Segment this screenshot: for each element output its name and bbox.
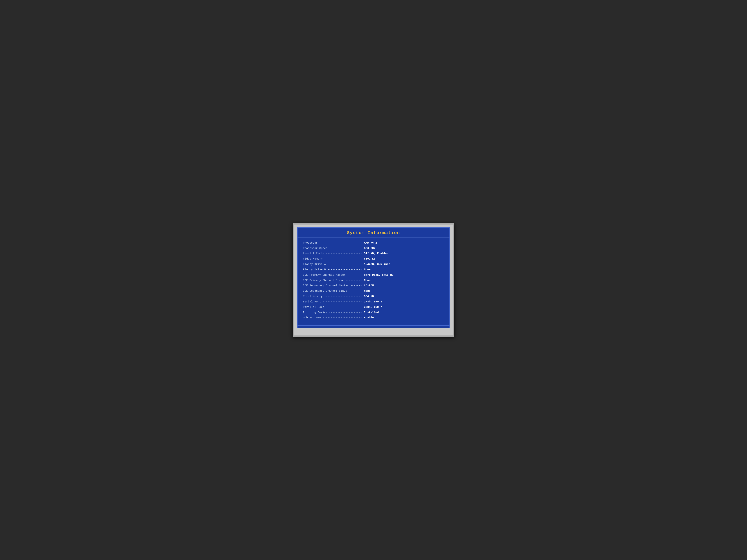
- row-value: None: [364, 267, 370, 272]
- row-value: None: [364, 289, 370, 293]
- row-label: IDE Secondary Channel Master -------: [303, 284, 364, 288]
- row-value: AMD-K6-2: [364, 241, 377, 245]
- table-row: Level 2 Cache ----------------------512 …: [303, 251, 444, 256]
- bottom-bar: [298, 325, 449, 328]
- row-value: 8192 KB: [364, 257, 376, 261]
- row-value: 512 KB, Enabled: [364, 251, 389, 256]
- row-label: Video Memory -----------------------: [303, 257, 364, 261]
- row-value: 1.44MB, 3.5-inch: [364, 262, 390, 267]
- table-row: Video Memory -----------------------8192…: [303, 257, 444, 261]
- row-value: CD-ROM: [364, 284, 374, 288]
- table-row: IDE Primary Channel Master ---------Hard…: [303, 273, 444, 277]
- monitor-frame: System Information Processor -----------…: [293, 223, 454, 337]
- row-value: Enabled: [364, 316, 376, 320]
- row-value: 2F8h, IRQ 3: [364, 299, 382, 304]
- table-row: Total Memory -----------------------384 …: [303, 294, 444, 299]
- row-label: Onboard USB ------------------------: [303, 316, 364, 320]
- row-value: Hard Disk, 8455 MB: [364, 273, 393, 277]
- table-row: Parallel Port ----------------------378h…: [303, 305, 444, 310]
- row-value: Installed: [364, 310, 379, 315]
- row-label: Processor Speed --------------------: [303, 246, 364, 251]
- row-label: Floppy Drive B ---------------------: [303, 267, 364, 272]
- table-row: IDE Primary Channel Slave ----------None: [303, 278, 444, 283]
- row-label: Level 2 Cache ----------------------: [303, 251, 364, 256]
- row-value: 384 MB: [364, 294, 374, 299]
- row-label: Serial Port ------------------------: [303, 299, 364, 304]
- row-value: 350 MHz: [364, 246, 376, 251]
- row-label: Floppy Drive A ---------------------: [303, 262, 364, 267]
- bios-screen: System Information Processor -----------…: [297, 228, 450, 328]
- row-label: IDE Secondary Channel Slave --------: [303, 289, 364, 293]
- info-table: Processor ---------------------------AMD…: [298, 237, 449, 325]
- screen-title: System Information: [347, 231, 400, 235]
- row-label: Pointing Device --------------------: [303, 310, 364, 315]
- table-row: Pointing Device --------------------Inst…: [303, 310, 444, 315]
- table-row: Processor Speed --------------------350 …: [303, 246, 444, 251]
- table-row: IDE Secondary Channel Master -------CD-R…: [303, 284, 444, 288]
- row-label: Processor ---------------------------: [303, 241, 364, 245]
- table-row: Processor ---------------------------AMD…: [303, 241, 444, 245]
- row-value: 378h, IRQ 7: [364, 305, 382, 310]
- table-row: Serial Port ------------------------2F8h…: [303, 299, 444, 304]
- row-label: Total Memory -----------------------: [303, 294, 364, 299]
- table-row: Floppy Drive B ---------------------None: [303, 267, 444, 272]
- row-label: IDE Primary Channel Slave ----------: [303, 278, 364, 283]
- table-row: Onboard USB ------------------------Enab…: [303, 316, 444, 320]
- row-label: IDE Primary Channel Master ---------: [303, 273, 364, 277]
- title-bar: System Information: [298, 228, 449, 237]
- row-label: Parallel Port ----------------------: [303, 305, 364, 310]
- row-value: None: [364, 278, 370, 283]
- table-row: Floppy Drive A ---------------------1.44…: [303, 262, 444, 267]
- table-row: IDE Secondary Channel Slave --------None: [303, 289, 444, 293]
